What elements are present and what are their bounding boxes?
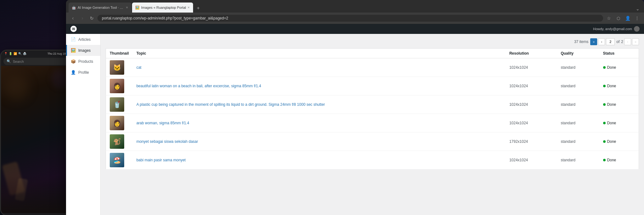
- pagination-of: of: [616, 40, 619, 44]
- new-tab-button[interactable]: +: [194, 4, 203, 13]
- thumbnail-cell: 👩: [106, 114, 133, 132]
- quality-cell: standard: [557, 58, 599, 77]
- laptop-browser: 🤖 AI Image Generation Tool · N... ✕ 🖼️ I…: [66, 0, 644, 215]
- thumbnail-beach: 🏖️: [110, 153, 124, 167]
- browser-tab-2[interactable]: 🖼️ Images « Ruanglaptop Portal ✕: [132, 3, 193, 13]
- thumbnail-woman: 👩: [110, 79, 124, 93]
- howdy-text: Howdy, andy@gmail.com: [593, 27, 632, 31]
- topic-cell: beautiful latin woman on a beach in bali…: [133, 77, 506, 95]
- resolution-cell: 1024x1024: [506, 77, 557, 95]
- tablet-status-bar: 📍 🔋 📶 🔍 🖨️ Thu 22 Aug 18:10: [1, 51, 73, 57]
- status-text-6: Done: [607, 158, 616, 162]
- wp-logo: W: [70, 26, 77, 32]
- back-button[interactable]: ‹: [69, 14, 77, 22]
- images-icon: 🖼️: [71, 48, 76, 53]
- topic-cell: cat: [133, 58, 506, 77]
- wp-admin: W Howdy, andy@gmail.com 📄 Articles: [66, 24, 644, 215]
- table-row: 🏖️ babi main pasir sama monyet 1024x1024…: [106, 151, 639, 169]
- refresh-button[interactable]: ↻: [88, 14, 96, 22]
- table-row: 🐱 cat 1024x1024 standard: [106, 58, 639, 77]
- print-icon: 🖨️: [23, 52, 26, 55]
- tab-bar: 🤖 AI Image Generation Tool · N... ✕ 🖼️ I…: [66, 0, 644, 13]
- table-row: 🐒 monyet sebagai siswa sekolah dasar 179…: [106, 132, 639, 151]
- topic-link-5[interactable]: monyet sebagai siswa sekolah dasar: [136, 139, 198, 144]
- pagination-prev[interactable]: ‹: [598, 38, 605, 45]
- topic-link-2[interactable]: beautiful latin woman on a beach in bali…: [136, 84, 261, 88]
- status-dot-6: [603, 159, 606, 161]
- forward-button[interactable]: ›: [79, 14, 86, 22]
- status-cell: Done: [599, 95, 639, 114]
- topic-link-4[interactable]: arab woman, sigma 85mm f/1.4: [136, 121, 189, 125]
- tablet-content: [1, 66, 73, 213]
- pagination-next[interactable]: ›: [624, 38, 631, 45]
- tablet-search-bar[interactable]: 🔍 Search: [3, 58, 70, 65]
- pagination-first[interactable]: «: [590, 38, 597, 45]
- profile-button[interactable]: 👤: [624, 14, 631, 22]
- table-row: 🥤 A plastic cup being captured in the mo…: [106, 95, 639, 114]
- tab-1-close[interactable]: ✕: [126, 6, 128, 9]
- sidebar-item-profile[interactable]: 👤 Profile: [66, 67, 100, 78]
- share-button[interactable]: ⬡: [614, 14, 622, 22]
- topic-cell: A plastic cup being captured in the mome…: [133, 95, 506, 114]
- menu-button[interactable]: ⋮: [633, 14, 641, 22]
- topic-cell: babi main pasir sama monyet: [133, 151, 506, 169]
- status-text-3: Done: [607, 102, 616, 107]
- images-table: Thumbnail Topic Resolution Quality Statu…: [106, 48, 639, 169]
- thumbnail-cell: 🐱: [106, 58, 133, 77]
- tab-2-label: Images « Ruanglaptop Portal: [141, 6, 186, 9]
- sidebar-label-articles: Articles: [78, 37, 91, 42]
- articles-icon: 📄: [71, 37, 76, 42]
- items-count: 37 items: [574, 40, 588, 44]
- tab-overflow-button[interactable]: ⌄: [634, 5, 641, 13]
- col-topic: Topic: [133, 49, 506, 58]
- col-thumbnail: Thumbnail: [106, 49, 133, 58]
- topic-link-3[interactable]: A plastic cup being captured in the mome…: [136, 102, 325, 107]
- thumbnail-cup: 🥤: [110, 97, 124, 112]
- sidebar-label-profile: Profile: [78, 70, 89, 75]
- topic-link-1[interactable]: cat: [136, 65, 142, 70]
- sidebar-item-articles[interactable]: 📄 Articles: [66, 34, 100, 45]
- tab-2-close[interactable]: ✕: [187, 6, 190, 9]
- thumbnail-monkey: 🐒: [110, 134, 124, 149]
- status-cell: Done: [599, 77, 639, 95]
- bookmark-button[interactable]: ☆: [605, 14, 613, 22]
- quality-cell: standard: [557, 95, 599, 114]
- battery-icon: 🔋: [9, 52, 12, 55]
- thumbnail-cell: 👩: [106, 77, 133, 95]
- wp-body: 📄 Articles 🖼️ Images 📦 Products: [66, 34, 644, 215]
- topic-cell: arab woman, sigma 85mm f/1.4: [133, 114, 506, 132]
- tablet-device: 📍 🔋 📶 🔍 🖨️ Thu 22 Aug 18:10 🔍 Search: [0, 50, 74, 215]
- resolution-cell: 1024x1024: [506, 151, 557, 169]
- topic-link-6[interactable]: babi main pasir sama monyet: [136, 158, 186, 162]
- status-cell: Done: [599, 114, 639, 132]
- browser-tab-1[interactable]: 🤖 AI Image Generation Tool · N... ✕: [69, 3, 131, 13]
- wifi-icon: 📶: [14, 52, 17, 55]
- tab-1-label: AI Image Generation Tool · N...: [78, 6, 124, 9]
- tab-2-favicon: 🖼️: [135, 6, 140, 10]
- status-text-5: Done: [607, 139, 616, 144]
- sidebar-label-images: Images: [78, 48, 91, 53]
- topic-cell: monyet sebagai siswa sekolah dasar: [133, 132, 506, 151]
- thumbnail-cell: 🐒: [106, 132, 133, 151]
- status-text-4: Done: [607, 121, 616, 125]
- wp-sidebar: 📄 Articles 🖼️ Images 📦 Products: [66, 34, 101, 215]
- profile-nav-icon: 👤: [71, 70, 76, 75]
- resolution-cell: 1024x1024: [506, 114, 557, 132]
- tab-1-favicon: 🤖: [72, 6, 76, 10]
- sidebar-item-products[interactable]: 📦 Products: [66, 56, 100, 67]
- table-row: 👩 arab woman, sigma 85mm f/1.4 1024x1024…: [106, 114, 639, 132]
- pagination-total: 2: [621, 40, 623, 44]
- status-text-2: Done: [607, 84, 616, 88]
- status-cell: Done: [599, 132, 639, 151]
- status-dot-1: [603, 66, 606, 69]
- sidebar-item-images[interactable]: 🖼️ Images: [66, 45, 100, 56]
- col-status: Status: [599, 49, 639, 58]
- wp-howdy: Howdy, andy@gmail.com: [593, 26, 640, 32]
- address-input[interactable]: [97, 15, 603, 22]
- pagination-last[interactable]: »: [632, 38, 639, 45]
- content-header: 37 items « ‹ of 2 › »: [106, 38, 639, 45]
- search-placeholder: Search: [13, 60, 24, 63]
- thumbnail-arab: 👩: [110, 116, 124, 130]
- pagination-page-input[interactable]: [606, 38, 615, 45]
- search-icon: 🔍: [7, 59, 11, 63]
